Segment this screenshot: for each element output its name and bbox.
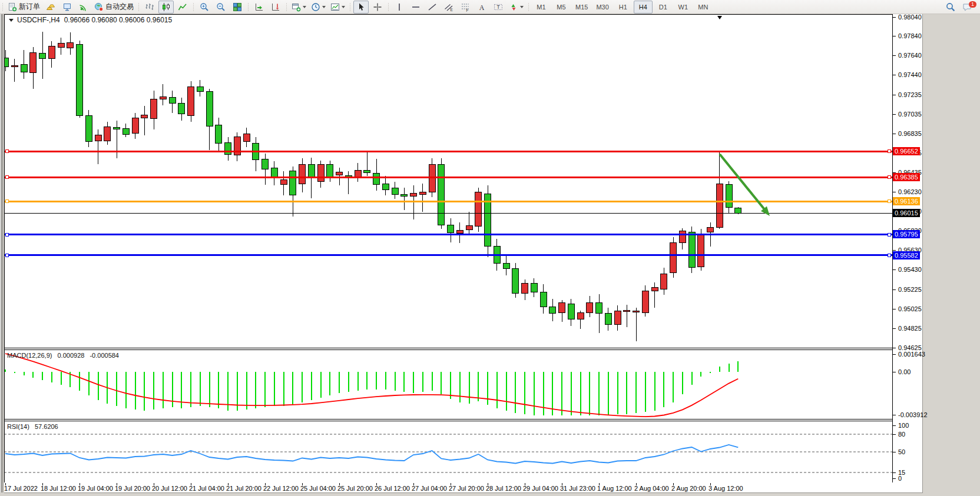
bar-chart-button[interactable] bbox=[142, 1, 157, 14]
toolbar-group-timeframes: M1M5M15M30H1H4D1W1MN bbox=[531, 0, 713, 14]
profiles-button[interactable] bbox=[329, 1, 347, 14]
hline-handle[interactable] bbox=[888, 233, 890, 236]
signals-button[interactable] bbox=[76, 1, 91, 14]
candle bbox=[624, 311, 630, 312]
toolbar-grip bbox=[387, 2, 389, 12]
time-tick-label: 27 Jul 20:00 bbox=[449, 485, 484, 492]
time-tick-label: 18 Jul 12:00 bbox=[41, 485, 76, 492]
candle bbox=[206, 92, 213, 126]
price-tick-label: 0.95225 bbox=[898, 286, 922, 294]
candle bbox=[401, 194, 408, 196]
search-button[interactable] bbox=[943, 1, 958, 14]
price-scale[interactable]: 0.980400.978400.976400.974400.972350.970… bbox=[893, 14, 922, 483]
rsi-name: RSI(14) bbox=[7, 423, 29, 430]
price-tick-label: 0.95025 bbox=[898, 305, 922, 313]
candle bbox=[670, 243, 677, 273]
new-chart-button[interactable] bbox=[290, 1, 308, 14]
auto-scroll-button[interactable] bbox=[251, 1, 267, 14]
tf-w1-button-label: W1 bbox=[678, 4, 688, 11]
macd-tick bbox=[893, 354, 896, 355]
crosshair-button[interactable] bbox=[370, 1, 385, 14]
crosshair-icon bbox=[373, 2, 382, 12]
hline-handle[interactable] bbox=[6, 200, 9, 203]
rsi-line bbox=[5, 445, 738, 464]
vertical-line-button[interactable] bbox=[392, 1, 407, 14]
toolbar-group-zoom bbox=[196, 0, 246, 14]
candle bbox=[410, 194, 417, 197]
tf-h1-button[interactable]: H1 bbox=[614, 1, 633, 14]
tf-m1-button-label: M1 bbox=[537, 4, 545, 11]
tf-mn-button[interactable]: MN bbox=[694, 1, 713, 14]
chevron-down-icon[interactable] bbox=[322, 6, 326, 8]
candle bbox=[132, 118, 138, 133]
tf-m1-button[interactable]: M1 bbox=[532, 1, 551, 14]
time-axis[interactable]: 17 Jul 202218 Jul 12:0019 Jul 04:0019 Ju… bbox=[4, 482, 921, 492]
hline-handle[interactable] bbox=[888, 254, 890, 257]
svg-text:T: T bbox=[496, 4, 499, 9]
tf-m5-button[interactable]: M5 bbox=[552, 1, 571, 14]
candle bbox=[596, 303, 602, 314]
svg-text:E: E bbox=[451, 8, 453, 12]
toolbar-grip bbox=[349, 2, 351, 12]
deposit-button[interactable] bbox=[43, 1, 58, 14]
gold-icon bbox=[46, 2, 55, 12]
chevron-down-icon[interactable] bbox=[303, 6, 306, 8]
tf-h4-button[interactable]: H4 bbox=[634, 1, 653, 14]
hline-handle[interactable] bbox=[888, 150, 890, 153]
periods-button[interactable] bbox=[309, 1, 327, 14]
trendline-button[interactable] bbox=[425, 1, 440, 14]
chart-dropdown-icon[interactable] bbox=[9, 19, 14, 22]
chart-plot[interactable] bbox=[4, 14, 893, 483]
toolbar-grip bbox=[285, 2, 287, 12]
candlestick-chart-button[interactable] bbox=[158, 1, 174, 14]
hline-price-label: 0.96136 bbox=[893, 197, 920, 205]
fibonacci-button[interactable]: F bbox=[458, 1, 473, 14]
new-order-button[interactable]: 新订单 bbox=[6, 1, 42, 14]
candle bbox=[225, 142, 231, 155]
zoom-in-button[interactable] bbox=[197, 1, 212, 14]
tf-w1-button[interactable]: W1 bbox=[674, 1, 693, 14]
zoom-out-button[interactable] bbox=[213, 1, 229, 14]
candle bbox=[429, 164, 435, 192]
price-tick bbox=[893, 134, 896, 134]
tf-d1-button[interactable]: D1 bbox=[654, 1, 673, 14]
macd-tick bbox=[893, 372, 896, 372]
candle bbox=[448, 225, 454, 232]
hline-handle[interactable] bbox=[888, 176, 890, 179]
toolbar-grip bbox=[192, 2, 194, 12]
price-tick bbox=[893, 95, 896, 95]
text-button[interactable]: A bbox=[474, 1, 489, 14]
hline-price-label: 0.95795 bbox=[893, 230, 920, 238]
hline-handle[interactable] bbox=[6, 150, 9, 153]
auto-trading-button[interactable]: 自动交易 bbox=[92, 1, 135, 14]
toolbar-group-pointer bbox=[353, 0, 386, 14]
line-chart-button[interactable] bbox=[175, 1, 190, 14]
tf-m30-button[interactable]: M30 bbox=[592, 1, 612, 14]
rsi-tick bbox=[893, 478, 896, 479]
chart-shift-button[interactable] bbox=[268, 1, 283, 14]
rsi-tick-label: 0 bbox=[898, 475, 902, 482]
hline-handle[interactable] bbox=[888, 200, 890, 203]
horizontal-line-button[interactable] bbox=[408, 1, 423, 14]
candle bbox=[216, 125, 222, 144]
channel-button[interactable]: E bbox=[441, 1, 456, 14]
chevron-down-icon[interactable] bbox=[342, 6, 345, 8]
label-button[interactable]: T bbox=[491, 1, 506, 14]
candle bbox=[280, 180, 287, 185]
tile-windows-button[interactable] bbox=[230, 1, 245, 14]
hline-handle[interactable] bbox=[6, 233, 9, 236]
chart-ohlc-values: 0.96066 0.96080 0.96006 0.96015 bbox=[64, 16, 173, 24]
hline-handle[interactable] bbox=[6, 176, 9, 179]
arrows-button[interactable] bbox=[507, 1, 525, 14]
chart-title: USDCHF-,H4 0.96066 0.96080 0.96006 0.960… bbox=[8, 16, 176, 24]
cursor-button[interactable] bbox=[353, 1, 369, 14]
toolbar-grip bbox=[247, 2, 249, 12]
tf-m15-button[interactable]: M15 bbox=[572, 1, 591, 14]
publish-button[interactable] bbox=[59, 1, 75, 14]
hline-handle[interactable] bbox=[6, 254, 9, 257]
candle bbox=[587, 303, 593, 313]
notifications-button[interactable]: 1 bbox=[959, 1, 975, 14]
candle bbox=[21, 65, 27, 72]
chevron-down-icon[interactable] bbox=[520, 6, 524, 8]
zoom-in-icon bbox=[200, 2, 209, 12]
